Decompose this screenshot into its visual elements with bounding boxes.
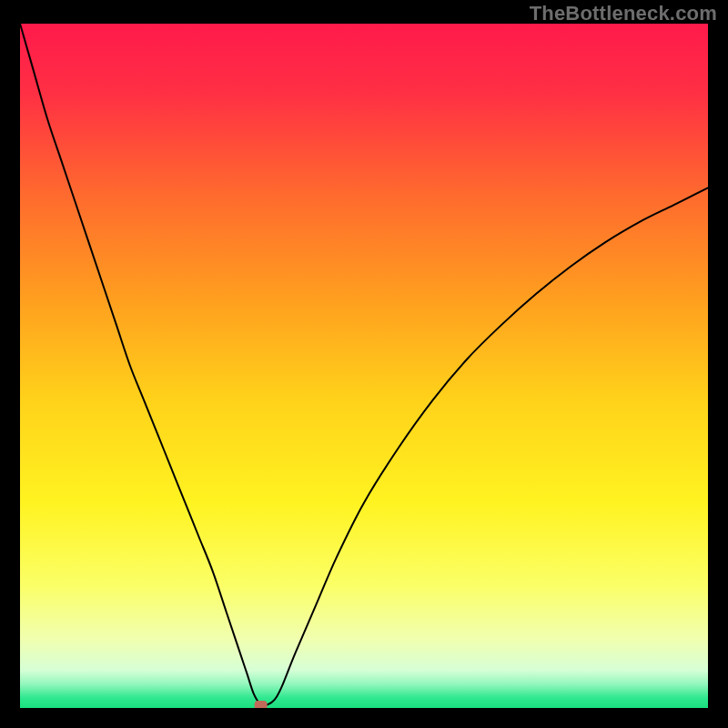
- gradient-background: [20, 24, 708, 708]
- chart-frame: TheBottleneck.com: [0, 0, 728, 728]
- chart-svg: [20, 24, 708, 708]
- watermark-label: TheBottleneck.com: [530, 2, 717, 25]
- optimal-marker: [255, 701, 268, 708]
- plot-area: [20, 24, 708, 708]
